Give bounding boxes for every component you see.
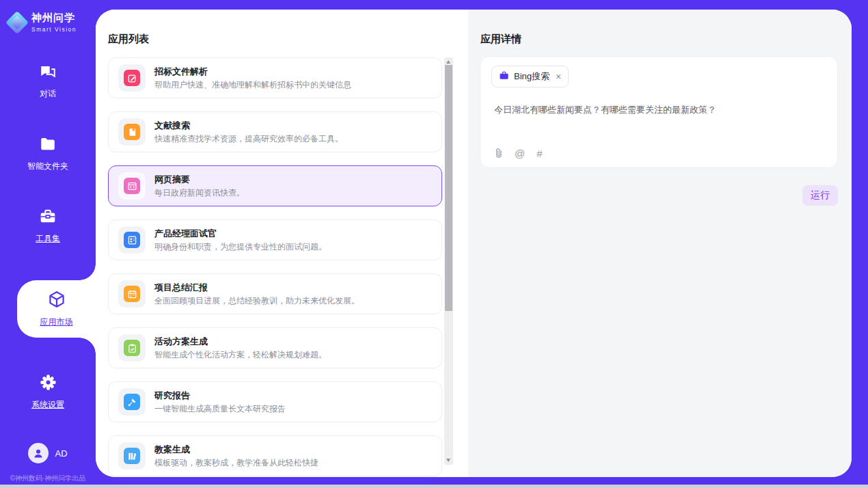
tool-tag-label: Bing搜索: [514, 70, 550, 83]
main-content: 应用列表 招标文件解析帮助用户快速、准确地理解和解析招标书中的关键信息文献搜索快…: [96, 10, 852, 477]
app-detail-title: 应用详情: [468, 10, 852, 46]
person-icon: [32, 447, 44, 459]
brand-name: 神州问学: [31, 12, 77, 25]
sidebar-item-system-settings[interactable]: 系统设置: [0, 373, 96, 411]
app-list-panel: 应用列表 招标文件解析帮助用户快速、准确地理解和解析招标书中的关键信息文献搜索快…: [96, 10, 468, 477]
user-account[interactable]: AD: [0, 443, 96, 463]
sidebar-item-label: 应用市场: [40, 316, 73, 328]
app-list-title: 应用列表: [96, 10, 468, 46]
edit-doc-icon: [124, 70, 140, 86]
app-card-desc: 全面回顾项目进展，总结经验教训，助力未来优化发展。: [154, 295, 360, 306]
app-card-title: 研究报告: [154, 390, 286, 401]
app-card-texts: 招标文件解析帮助用户快速、准确地理解和解析招标书中的关键信息: [154, 66, 351, 90]
app-icon-frame: [118, 226, 146, 254]
app-card-bid-doc-parse[interactable]: 招标文件解析帮助用户快速、准确地理解和解析招标书中的关键信息: [108, 57, 442, 98]
brand-logo-icon: [5, 11, 29, 34]
app-card-texts: 教案生成模板驱动，教案秒成，教学准备从此轻松快捷: [154, 444, 318, 468]
copyright-text: ©神州数码·神州问学出品: [0, 474, 96, 483]
app-card-desc: 帮助用户快速、准确地理解和解析招标书中的关键信息: [154, 79, 351, 90]
app-icon-frame: [118, 118, 146, 146]
app-card-literature-search[interactable]: 文献搜索快速精准查找学术资源，提高研究效率的必备工具。: [108, 111, 442, 152]
scroll-up-icon[interactable]: [446, 60, 450, 64]
at-icon[interactable]: @: [515, 148, 525, 159]
brand-logo: 神州问学 Smart Vision: [0, 0, 96, 33]
folder-icon: [39, 135, 57, 156]
sidebar-item-smart-folders[interactable]: 智能文件夹: [0, 135, 96, 172]
app-card-research-report[interactable]: 研究报告一键智能生成高质量长文本研究报告: [108, 381, 442, 422]
app-icon-frame: [118, 388, 146, 416]
app-card-title: 文献搜索: [154, 120, 343, 131]
interviewer-icon: [124, 232, 140, 248]
app-card-desc: 一键智能生成高质量长文本研究报告: [154, 403, 286, 414]
run-button[interactable]: 运行: [802, 185, 838, 206]
toolbox-icon: [39, 208, 57, 228]
paperclip-icon[interactable]: [494, 148, 503, 159]
user-initials: AD: [55, 448, 67, 459]
app-card-texts: 研究报告一键智能生成高质量长文本研究报告: [154, 390, 286, 414]
app-icon-frame: [118, 334, 146, 362]
app-card-desc: 智能生成个性化活动方案，轻松解决规划难题。: [154, 349, 327, 360]
app-icon-frame: [118, 64, 146, 92]
app-card-title: 活动方案生成: [154, 336, 327, 347]
gear-icon: [39, 373, 57, 394]
app-card-title: 网页摘要: [154, 174, 245, 185]
book-icon: [124, 124, 140, 140]
app-icon-frame: [118, 280, 146, 308]
sidebar: 神州问学 Smart Vision 对话智能文件夹工具集应用市场系统设置 AD …: [0, 0, 96, 488]
scrollbar[interactable]: [444, 57, 453, 465]
sidebar-item-label: 系统设置: [31, 399, 64, 411]
bottom-edge-strip: [0, 485, 868, 488]
app-card-texts: 产品经理面试官明确身份和职责，为您提供专业性的面试问题。: [154, 228, 327, 252]
browser-code-icon: [124, 178, 140, 194]
hash-icon[interactable]: #: [537, 148, 542, 159]
app-card-project-summary[interactable]: 项目总结汇报全面回顾项目进展，总结经验教训，助力未来优化发展。: [108, 273, 442, 314]
clipboard-check-icon: [124, 340, 140, 356]
app-card-title: 教案生成: [154, 444, 318, 455]
app-icon-frame: [118, 172, 146, 200]
cube-icon: [47, 290, 66, 312]
query-text-input[interactable]: 今日湖北有哪些新闻要点？有哪些需要关注的最新政策？: [494, 103, 821, 116]
app-card-list: 招标文件解析帮助用户快速、准确地理解和解析招标书中的关键信息文献搜索快速精准查找…: [108, 57, 442, 477]
app-card-title: 项目总结汇报: [154, 282, 360, 293]
brand-text: 神州问学 Smart Vision: [31, 12, 77, 33]
app-detail-panel: 应用详情 Bing搜索 × 今日湖北有哪些新闻要点？有哪些需要关注的最新政策？: [468, 10, 852, 477]
app-card-web-summary[interactable]: 网页摘要每日政府新闻资讯快查。: [108, 165, 442, 206]
tool-tag-bing-search[interactable]: Bing搜索 ×: [491, 66, 569, 87]
sidebar-item-toolset[interactable]: 工具集: [0, 208, 96, 245]
sidebar-item-label: 工具集: [36, 233, 60, 245]
scroll-down-icon[interactable]: [446, 459, 450, 462]
app-card-title: 招标文件解析: [154, 66, 351, 77]
app-card-desc: 明确身份和职责，为您提供专业性的面试问题。: [154, 241, 327, 252]
app-card-texts: 活动方案生成智能生成个性化活动方案，轻松解决规划难题。: [154, 336, 327, 360]
chat-icon: [39, 63, 57, 83]
app-card-title: 产品经理面试官: [154, 228, 327, 239]
app-card-lesson-plan[interactable]: 教案生成模板驱动，教案秒成，教学准备从此轻松快捷: [108, 435, 442, 476]
app-card-desc: 每日政府新闻资讯快查。: [154, 187, 245, 198]
close-icon[interactable]: ×: [556, 72, 561, 81]
avatar: [28, 443, 49, 463]
app-card-texts: 项目总结汇报全面回顾项目进展，总结经验教训，助力未来优化发展。: [154, 282, 360, 306]
app-card-texts: 文献搜索快速精准查找学术资源，提高研究效率的必备工具。: [154, 120, 343, 144]
sidebar-item-app-market[interactable]: 应用市场: [17, 280, 96, 338]
composer-toolbar: @ #: [494, 148, 543, 159]
app-card-event-plan[interactable]: 活动方案生成智能生成个性化活动方案，轻松解决规划难题。: [108, 327, 442, 368]
books-icon: [124, 448, 140, 464]
pen-report-icon: [124, 394, 140, 410]
app-icon-frame: [118, 442, 146, 470]
scrollbar-thumb[interactable]: [445, 65, 452, 311]
sidebar-item-label: 智能文件夹: [27, 161, 68, 172]
briefcase-icon: [499, 70, 509, 83]
calendar-icon: [124, 286, 140, 302]
sidebar-nav: 对话智能文件夹工具集应用市场系统设置: [0, 63, 96, 411]
sidebar-item-label: 对话: [40, 88, 56, 100]
brand-subtitle: Smart Vision: [31, 26, 77, 33]
sidebar-item-chat[interactable]: 对话: [0, 63, 96, 100]
app-card-texts: 网页摘要每日政府新闻资讯快查。: [154, 174, 245, 198]
app-card-pm-interviewer[interactable]: 产品经理面试官明确身份和职责，为您提供专业性的面试问题。: [108, 219, 442, 260]
composer-card: Bing搜索 × 今日湖北有哪些新闻要点？有哪些需要关注的最新政策？ @ #: [480, 56, 838, 168]
app-card-desc: 快速精准查找学术资源，提高研究效率的必备工具。: [154, 133, 343, 144]
app-card-desc: 模板驱动，教案秒成，教学准备从此轻松快捷: [154, 457, 318, 468]
